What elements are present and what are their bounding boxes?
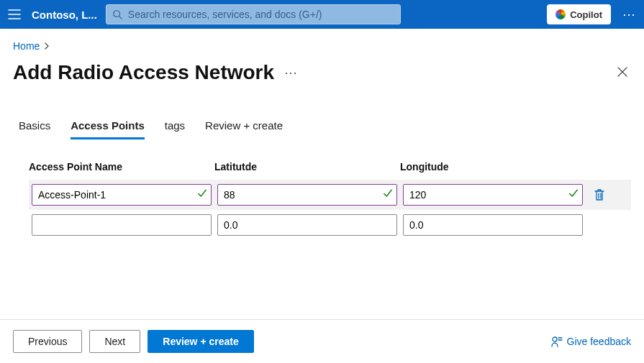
tenant-name[interactable]: Contoso, L... <box>32 9 97 21</box>
search-placeholder: Search resources, services, and docs (G+… <box>128 9 322 20</box>
top-bar: Contoso, L... Search resources, services… <box>0 0 644 29</box>
latitude-input[interactable] <box>217 214 397 236</box>
access-point-row <box>29 210 631 240</box>
delete-row-button[interactable] <box>589 188 610 201</box>
page-actions-menu[interactable]: ⋯ <box>284 65 297 81</box>
hamburger-menu[interactable] <box>6 6 23 23</box>
tab-tags[interactable]: tags <box>165 119 185 139</box>
search-icon <box>112 9 122 19</box>
review-create-button[interactable]: Review + create <box>148 330 253 353</box>
trash-icon <box>594 188 605 201</box>
tab-review-create[interactable]: Review + create <box>205 119 283 139</box>
global-search[interactable]: Search resources, services, and docs (G+… <box>106 4 401 24</box>
tab-access-points[interactable]: Access Points <box>71 119 145 139</box>
next-button[interactable]: Next <box>89 330 140 353</box>
previous-button[interactable]: Previous <box>13 330 82 353</box>
access-point-name-input[interactable] <box>32 214 212 236</box>
access-point-row <box>29 180 631 210</box>
page-title: Add Radio Access Network <box>13 61 274 84</box>
copilot-button[interactable]: Copilot <box>547 4 611 24</box>
give-feedback-label: Give feedback <box>567 336 632 347</box>
latitude-input[interactable] <box>217 184 397 206</box>
tab-basics[interactable]: Basics <box>19 119 50 139</box>
overflow-menu[interactable]: ⋯ <box>620 6 638 22</box>
col-header-latitude: Latitutde <box>214 161 394 173</box>
access-points-grid: Access Point Name Latitutde Longitude <box>13 161 631 240</box>
access-point-name-input[interactable] <box>32 184 212 206</box>
close-button[interactable] <box>614 60 631 85</box>
breadcrumb-home[interactable]: Home <box>13 40 40 52</box>
give-feedback-link[interactable]: Give feedback <box>551 336 632 347</box>
col-header-name: Access Point Name <box>29 161 209 173</box>
col-header-longitude: Longitude <box>400 161 580 173</box>
wizard-footer: Previous Next Review + create Give feedb… <box>0 319 644 363</box>
breadcrumb: Home <box>13 40 631 52</box>
close-icon <box>617 66 628 78</box>
hamburger-icon <box>8 9 21 19</box>
copilot-label: Copilot <box>570 9 602 20</box>
chevron-right-icon <box>44 40 50 52</box>
svg-point-0 <box>114 11 120 17</box>
longitude-input[interactable] <box>403 184 583 206</box>
copilot-icon <box>555 9 566 19</box>
feedback-icon <box>551 336 563 347</box>
svg-point-1 <box>553 337 557 341</box>
longitude-input[interactable] <box>403 214 583 236</box>
wizard-tabs: Basics Access Points tags Review + creat… <box>13 119 631 139</box>
